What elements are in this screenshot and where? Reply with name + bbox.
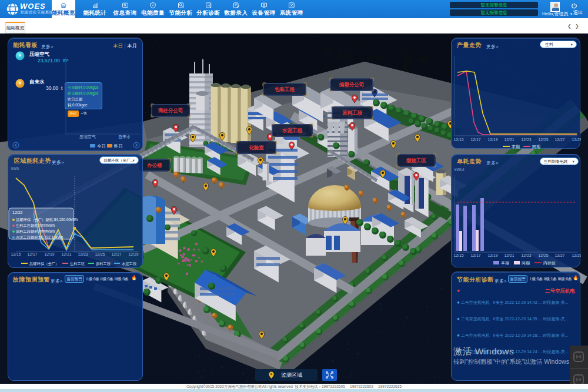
svg-text:23,521.00 m³: 23,521.00 m³ [38, 58, 69, 63]
svg-text:生料工区能耗:####kWh: 生料工区能耗:####kWh [16, 223, 55, 228]
svg-text:12/17: 12/17 [470, 253, 480, 257]
svg-text:12/25: 12/25 [538, 253, 548, 257]
svg-text:12/23: 12/23 [78, 252, 88, 256]
svg-text:12/15: 12/15 [453, 138, 463, 142]
svg-text:30.00 t: 30.00 t [46, 85, 63, 91]
svg-text:kWh: kWh [11, 166, 19, 170]
svg-text:同期: 同期 [532, 145, 540, 149]
svg-text:12/25: 12/25 [95, 252, 105, 256]
svg-text:煅烧工区: 煅烧工区 [406, 158, 427, 163]
svg-text:12/29: 12/29 [128, 252, 138, 256]
svg-text:原料工段能耗:####kWh: 原料工段能耗:####kWh [16, 229, 55, 234]
svg-text:12/29: 12/29 [572, 253, 581, 257]
svg-text:自来水: 自来水 [29, 79, 45, 85]
svg-text:12/15: 12/15 [11, 252, 21, 256]
svg-text:压缩空气: 压缩空气 [29, 51, 50, 57]
svg-text:生料工区: 生料工区 [70, 262, 85, 266]
svg-text:本期: 本期 [512, 145, 520, 149]
svg-text:水泥工段能耗:60,792.10kWh: 水泥工段能耗:60,792.10kWh [16, 235, 64, 240]
svg-text:kWh/t: kWh/t [455, 167, 465, 172]
svg-text:12/27: 12/27 [554, 253, 564, 257]
svg-text:化验室: 化验室 [248, 145, 264, 150]
svg-text:原料工段: 原料工段 [96, 262, 111, 266]
svg-text:本期: 本期 [501, 261, 509, 265]
svg-text:12/19: 12/19 [487, 138, 497, 142]
svg-text:12/17: 12/17 [27, 252, 37, 256]
svg-text:12/15: 12/15 [453, 253, 463, 257]
svg-text:昨日: 昨日 [114, 143, 123, 149]
svg-text:12/19: 12/19 [44, 252, 54, 256]
svg-text:自来水: 自来水 [118, 135, 131, 139]
svg-text:12/29: 12/29 [572, 138, 581, 142]
svg-text:昌耀环保（全厂）能耗:84,150.00kWh: 昌耀环保（全厂）能耗:84,150.00kWh [16, 217, 78, 222]
svg-text:商砼分公司: 商砼分公司 [158, 108, 183, 113]
svg-text:12/23: 12/23 [521, 253, 531, 257]
svg-text:办公楼: 办公楼 [146, 162, 162, 168]
svg-text:编塑分公司: 编塑分公司 [339, 82, 365, 88]
svg-text:包装工段: 包装工段 [274, 86, 295, 92]
svg-text:12/27: 12/27 [554, 138, 564, 142]
svg-text:压缩空气: 压缩空气 [79, 135, 96, 139]
svg-text:原料工段: 原料工段 [342, 110, 363, 116]
svg-text:12/21: 12/21 [61, 252, 71, 256]
svg-text:12/17: 12/17 [470, 138, 480, 142]
svg-text:今日: 今日 [97, 143, 106, 149]
svg-text:水泥工段: 水泥工段 [122, 262, 136, 266]
svg-text:昌耀环保（全厂）: 昌耀环保（全厂） [29, 262, 59, 266]
svg-text:内控值: 内控值 [543, 261, 556, 265]
svg-text:12/23: 12/23 [521, 138, 531, 142]
svg-text:12/27: 12/27 [111, 252, 121, 256]
svg-text:12/25: 12/25 [538, 138, 548, 142]
svg-text:12/19: 12/19 [487, 253, 497, 257]
svg-text:12/22: 12/22 [12, 210, 23, 215]
svg-text:12/21: 12/21 [504, 253, 514, 257]
svg-text:同期: 同期 [522, 261, 530, 265]
svg-text:水泥工段: 水泥工段 [282, 128, 303, 133]
svg-text:12/21: 12/21 [504, 138, 514, 142]
